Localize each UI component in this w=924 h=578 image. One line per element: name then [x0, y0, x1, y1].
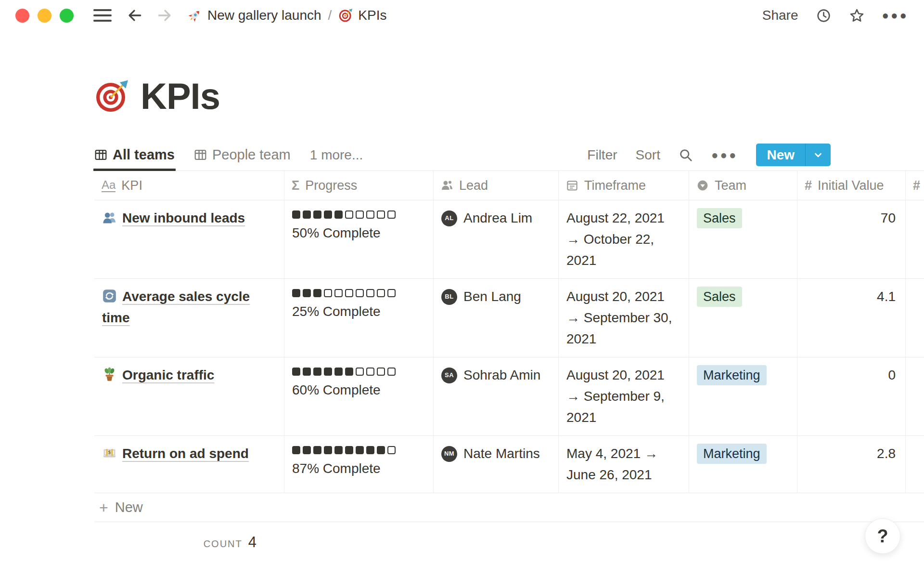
timeframe-cell[interactable]: August 20, 2021 → September 9, 2021	[559, 357, 689, 435]
kpi-page-link[interactable]: Average sales cycle time	[102, 289, 250, 325]
page-icon-target-emoji[interactable]	[94, 79, 129, 114]
forward-icon[interactable]	[157, 7, 173, 24]
column-label: Progress	[305, 178, 357, 193]
column-label: Initial Value	[818, 178, 884, 193]
breadcrumb-item-current[interactable]: KPIs	[338, 8, 386, 23]
team-cell[interactable]: Sales	[689, 279, 797, 357]
traffic-light-close[interactable]	[15, 9, 29, 23]
lead-cell[interactable]: SASohrab Amin	[434, 357, 559, 435]
timeframe-cell[interactable]: August 22, 2021 → October 22, 2021	[559, 200, 689, 278]
partial-cell[interactable]	[906, 357, 924, 435]
initial-value-cell[interactable]: 0	[797, 357, 906, 435]
column-header-team[interactable]: Team	[689, 171, 797, 200]
progress-label: 25% Complete	[292, 303, 425, 320]
back-icon[interactable]	[126, 7, 142, 24]
team-cell[interactable]: Marketing	[689, 357, 797, 435]
table-row: Organic traffic60% CompleteSASohrab Amin…	[94, 357, 924, 436]
table-header-row: AaKPIΣProgressLeadTimeframeTeam#Initial …	[94, 171, 924, 200]
kpi-cell[interactable]: $Return on ad spend	[94, 436, 284, 493]
rocket-emoji	[188, 8, 202, 23]
column-header-progress[interactable]: ΣProgress	[284, 171, 434, 200]
clock-icon[interactable]	[816, 8, 832, 24]
view-tabs: All teamsPeople team	[94, 139, 291, 171]
new-button[interactable]: New	[756, 144, 831, 166]
filter-button[interactable]: Filter	[587, 147, 617, 163]
kpi-page-link[interactable]: Return on ad spend	[122, 446, 249, 461]
team-tag: Marketing	[697, 444, 767, 464]
traffic-light-zoom[interactable]	[60, 9, 74, 23]
kpi-cell[interactable]: New inbound leads	[94, 200, 284, 278]
view-options-icon[interactable]: ●●●	[711, 148, 738, 162]
tab-people-team[interactable]: People team	[194, 139, 291, 171]
svg-text:$: $	[108, 450, 111, 455]
view-toolbar: All teamsPeople team 1 more... Filter So…	[94, 139, 924, 171]
refresh-emoji	[102, 289, 117, 303]
kpi-page-link[interactable]: Organic traffic	[122, 368, 214, 382]
team-cell[interactable]: Sales	[689, 200, 797, 278]
avatar: NM	[441, 446, 457, 462]
initial-value-cell[interactable]: 70	[797, 200, 906, 278]
traffic-light-minimize[interactable]	[38, 9, 51, 23]
kpi-cell[interactable]: Organic traffic	[94, 357, 284, 435]
column-header-initial-value[interactable]: #Initial Value	[797, 171, 906, 200]
column-header-lead[interactable]: Lead	[434, 171, 559, 200]
breadcrumb-label: New gallery launch	[207, 8, 321, 23]
column-label: KPI	[121, 178, 142, 193]
progress-cell[interactable]: 87% Complete	[284, 436, 434, 493]
initial-value-cell[interactable]: 4.1	[797, 279, 906, 357]
add-row-button[interactable]: + New	[94, 493, 924, 522]
kpi-page-link[interactable]: New inbound leads	[122, 210, 245, 225]
money-emoji: $	[102, 446, 117, 460]
lead-cell[interactable]: NMNate Martins	[434, 436, 559, 493]
timeframe-cell[interactable]: May 4, 2021 → June 26, 2021	[559, 436, 689, 493]
new-button-label[interactable]: New	[756, 144, 805, 166]
sidebar-toggle-icon[interactable]	[93, 9, 112, 22]
column-header-kpi[interactable]: AaKPI	[94, 171, 284, 200]
table-row: New inbound leads50% CompleteALAndrea Li…	[94, 200, 924, 279]
progress-bar	[292, 289, 425, 297]
progress-cell[interactable]: 25% Complete	[284, 279, 434, 357]
progress-bar	[292, 368, 425, 376]
progress-label: 60% Complete	[292, 382, 425, 398]
partial-cell[interactable]	[906, 279, 924, 357]
column-label: Team	[715, 178, 746, 193]
timeframe-cell[interactable]: August 20, 2021 → September 30, 2021	[559, 279, 689, 357]
progress-cell[interactable]: 60% Complete	[284, 357, 434, 435]
plant-emoji	[102, 367, 117, 382]
add-row-label: New	[115, 499, 143, 515]
lead-cell[interactable]: BLBen Lang	[434, 279, 559, 357]
search-icon[interactable]	[679, 148, 693, 162]
table-row: Average sales cycle time25% CompleteBLBe…	[94, 279, 924, 357]
count-value: 4	[248, 534, 257, 551]
sigma-icon: Σ	[292, 178, 299, 193]
help-button[interactable]: ?	[865, 518, 900, 554]
calendar-icon	[566, 179, 578, 192]
plus-icon: +	[99, 500, 108, 515]
more-views-button[interactable]: 1 more...	[310, 147, 363, 163]
partial-cell[interactable]	[906, 436, 924, 493]
kpi-cell[interactable]: Average sales cycle time	[94, 279, 284, 357]
column-label: Lead	[459, 178, 488, 193]
initial-value-cell[interactable]: 2.8	[797, 436, 906, 493]
chevron-down-icon[interactable]	[805, 144, 831, 166]
progress-label: 87% Complete	[292, 460, 425, 477]
column-calculation[interactable]: COUNT4	[94, 522, 284, 551]
star-icon[interactable]	[849, 8, 865, 24]
breadcrumb-item-parent[interactable]: New gallery launch	[188, 8, 321, 23]
column-header-timeframe[interactable]: Timeframe	[559, 171, 689, 200]
tab-all-teams[interactable]: All teams	[94, 139, 175, 171]
team-cell[interactable]: Marketing	[689, 436, 797, 493]
table-view-icon	[194, 148, 207, 161]
lead-name: Nate Martins	[463, 443, 540, 464]
lead-name: Sohrab Amin	[463, 365, 540, 386]
more-icon[interactable]: ●●●	[882, 9, 909, 22]
table-view-icon	[94, 148, 107, 161]
sort-button[interactable]: Sort	[636, 147, 660, 163]
breadcrumb-separator: /	[328, 8, 332, 23]
progress-cell[interactable]: 50% Complete	[284, 200, 434, 278]
partial-cell[interactable]	[906, 200, 924, 278]
page-title[interactable]: KPIs	[141, 75, 220, 117]
share-button[interactable]: Share	[762, 8, 798, 23]
lead-cell[interactable]: ALAndrea Lim	[434, 200, 559, 278]
column-header-partial[interactable]: #	[906, 171, 924, 200]
